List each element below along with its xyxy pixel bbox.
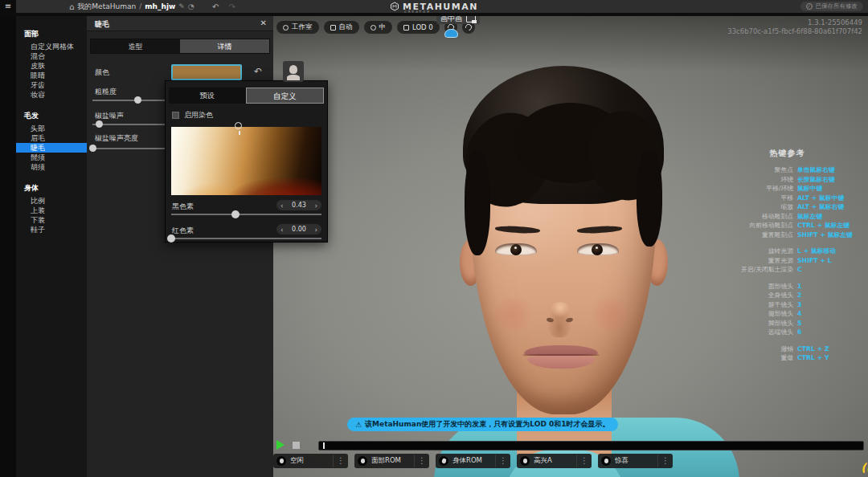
hotkey-action-label: 重置雕刻点 [713, 230, 797, 239]
animation-clip-身体ROM[interactable]: 身体ROM⋮ [436, 454, 510, 468]
reset-color-icon[interactable]: ↶ [254, 66, 262, 77]
redness-slider[interactable] [171, 234, 321, 243]
sidebar-item-髭须[interactable]: 髭须 [16, 153, 87, 162]
sidebar-item-头部[interactable]: 头部 [16, 124, 87, 133]
redo-icon[interactable]: ↷ [228, 2, 235, 11]
toolbar-button-中[interactable]: 中 [364, 21, 393, 34]
sidebar-item-牙齿[interactable]: 牙齿 [16, 80, 87, 90]
undo-icon[interactable]: ↶ [212, 2, 219, 11]
cheek-shading-left [489, 297, 537, 331]
run-icon [439, 456, 448, 466]
hotkey-action-label: 全身镜头 [713, 291, 797, 300]
sidebar-item-睫毛[interactable]: 睫毛 [16, 143, 87, 153]
redness-slider-thumb[interactable] [167, 234, 175, 243]
hotkey-row: 重置光源SHIFT + L [713, 256, 862, 266]
enable-dye-checkbox[interactable] [172, 112, 179, 119]
slider-thumb[interactable] [96, 120, 103, 128]
hotkey-action-label: 腿部镜头 [713, 309, 797, 318]
kebab-menu-icon[interactable]: ⋮ [333, 455, 345, 467]
hotkey-action-label: 重做 [713, 353, 797, 362]
melanin-decrement-icon[interactable]: ‹ [280, 202, 284, 210]
hair-color-swatch[interactable] [444, 29, 458, 38]
close-icon[interactable]: ✕ [260, 18, 267, 27]
left-rail [0, 13, 16, 477]
hotkey-row: 腿部镜头4 [713, 309, 862, 319]
playhead[interactable] [323, 442, 325, 449]
redness-spinner[interactable]: ‹ 0.00 › [276, 224, 321, 234]
eye-glint-right [596, 247, 598, 249]
face-icon [601, 456, 611, 466]
hotkey-row: 聚焦点单击鼠标右键 [713, 165, 862, 175]
slider-椒盐噪声[interactable] [92, 120, 169, 128]
toolbar-button-LOD 0[interactable]: LOD 0 [397, 21, 440, 34]
sidebar-item-鞋子[interactable]: 鞋子 [16, 225, 87, 234]
panel-title: 睫毛 [95, 19, 109, 30]
toolbar-button-label: 自动 [339, 22, 353, 32]
slider-thumb[interactable] [89, 145, 96, 152]
sidebar-item-妆容[interactable]: 妆容 [16, 90, 87, 100]
sidebar-section: 面部自定义网格体混合皮肤眼睛牙齿妆容 [16, 27, 87, 100]
color-gradient-field[interactable] [171, 127, 321, 195]
hotkey-key-binding: 长按鼠标右键 [797, 175, 862, 184]
studio-light-icon [283, 25, 289, 31]
kebab-menu-icon[interactable]: ⋮ [657, 455, 669, 467]
sidebar-item-胡须[interactable]: 胡须 [16, 162, 87, 172]
gradient-picker-crosshair[interactable] [234, 121, 244, 132]
hotkey-action-label: 环绕 [713, 175, 797, 184]
enable-dye-label: 启用染色 [184, 110, 213, 120]
sidebar-item-皮肤[interactable]: 皮肤 [16, 61, 87, 71]
toolbar-button-label: 中 [379, 22, 387, 32]
melanin-spinner[interactable]: ‹ 0.43 › [276, 200, 321, 210]
slider-椒盐噪声亮度[interactable] [92, 145, 169, 153]
hotkey-row: 旋转光源L + 鼠标移动 [713, 247, 862, 256]
sidebar-item-自定义网格体[interactable]: 自定义网格体 [16, 42, 87, 51]
melanin-increment-icon[interactable]: › [314, 202, 317, 210]
animation-clip-高兴A[interactable]: 高兴A⋮ [517, 454, 592, 468]
melanin-value[interactable]: 0.43 [292, 202, 306, 209]
sidebar-item-眼睛[interactable]: 眼睛 [16, 71, 87, 80]
kebab-menu-icon[interactable]: ⋮ [495, 455, 507, 467]
head-preview-button[interactable] [283, 61, 304, 82]
breadcrumb-root[interactable]: 我的MetaHuman [77, 2, 136, 12]
tab-presets[interactable]: 预设 [169, 88, 246, 104]
melanin-slider-thumb[interactable] [231, 210, 240, 218]
rename-pencil-icon[interactable]: ✎ [178, 2, 185, 10]
hotkey-key-binding: 1 [797, 283, 862, 290]
home-icon[interactable]: ⌂ [69, 2, 74, 11]
kebab-menu-icon[interactable]: ⋮ [414, 455, 426, 467]
slider-粗糙度[interactable] [92, 96, 169, 104]
info-icon[interactable]: ◔ [188, 2, 194, 10]
hotkey-key-binding: C [797, 266, 862, 273]
tab-custom[interactable]: 自定义 [246, 88, 325, 104]
clip-label: 惊喜 [615, 456, 657, 466]
sidebar-item-上装[interactable]: 上装 [16, 206, 87, 215]
undo-redo-group: ↶ ↷ [212, 0, 235, 13]
melanin-slider[interactable] [171, 210, 321, 218]
sidebar-item-比例[interactable]: 比例 [16, 196, 87, 206]
play-button[interactable] [276, 440, 285, 450]
sidebar-item-混合[interactable]: 混合 [16, 51, 87, 61]
redness-value[interactable]: 0.00 [292, 226, 306, 233]
face-icon [358, 456, 367, 466]
animation-clip-面部ROM[interactable]: 面部ROM⋮ [354, 454, 429, 468]
tab-styling[interactable]: 造型 [91, 39, 180, 53]
hotkey-row: 环绕长按鼠标右键 [713, 175, 862, 185]
hamburger-menu-icon[interactable]: ≡ [0, 0, 16, 13]
stop-button[interactable] [293, 442, 300, 449]
tab-details[interactable]: 详情 [180, 39, 269, 53]
redness-decrement-icon[interactable]: ‹ [280, 226, 284, 234]
sidebar-item-眉毛[interactable]: 眉毛 [16, 133, 87, 143]
animation-clip-空闲[interactable]: 空闲⋮ [273, 454, 348, 468]
redness-increment-icon[interactable]: › [314, 226, 317, 234]
playback-controls [276, 440, 300, 450]
kebab-menu-icon[interactable]: ⋮ [576, 455, 588, 467]
toolbar-button-工作室[interactable]: 工作室 [276, 21, 319, 34]
timeline-scrubber[interactable] [318, 441, 864, 450]
sidebar-item-下装[interactable]: 下装 [16, 215, 87, 225]
animation-clip-惊喜[interactable]: 惊喜⋮ [598, 454, 673, 468]
toolbar-button-自动[interactable]: 自动 [324, 21, 359, 34]
hotkey-action-label: 躯干镜头 [713, 300, 797, 309]
eyelash-color-swatch[interactable] [171, 64, 242, 80]
slider-thumb[interactable] [134, 96, 141, 104]
slider-label-椒盐噪声亮度: 椒盐噪声亮度 [95, 133, 138, 144]
